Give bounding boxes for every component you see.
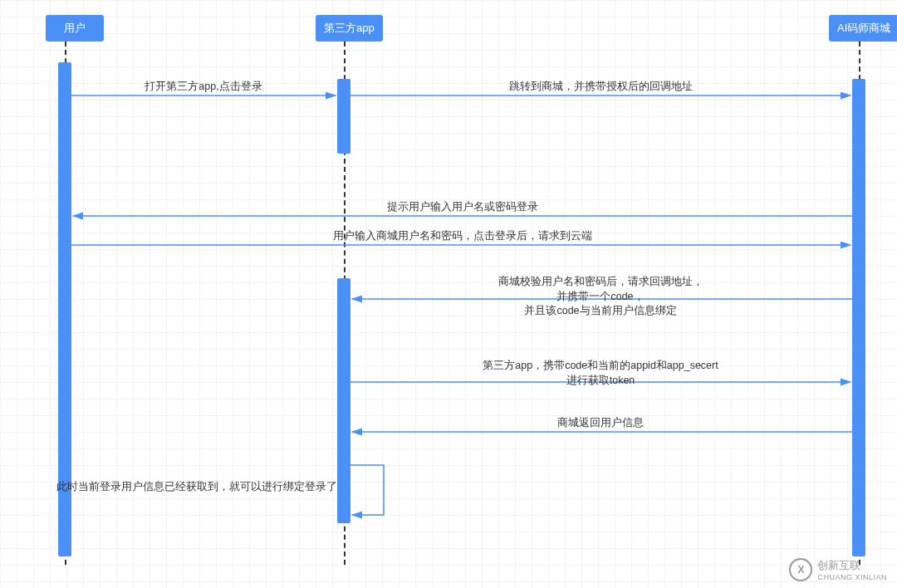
message-label: 用户输入商城用户名和密码，点击登录后，请求到云端 — [333, 229, 592, 244]
message-label: 此时当前登录用户信息已经获取到，就可以进行绑定登录了 — [56, 480, 344, 495]
watermark-sub: CHUANG XINLIAN — [817, 573, 887, 581]
watermark-brand: 创新互联 — [817, 559, 860, 571]
message-label: 跳转到商城，并携带授权后的回调地址 — [509, 80, 693, 95]
arrows-layer — [0, 0, 897, 588]
message-label: 第三方app，携带code和当前的appid和app_secert进行获取tok… — [483, 359, 718, 388]
message-label: 商城返回用户信息 — [557, 416, 644, 431]
sequence-diagram: 用户 第三方app AI码师商城 打开 — [0, 0, 897, 588]
watermark: X 创新互联 CHUANG XINLIAN — [789, 558, 887, 581]
message-label: 打开第三方app,点击登录 — [145, 80, 262, 95]
message-label: 提示用户输入用户名或密码登录 — [387, 200, 538, 215]
watermark-logo-icon: X — [789, 558, 812, 581]
message-label: 商城校验用户名和密码后，请求回调地址，并携带一个code，并且该code与当前用… — [498, 275, 703, 319]
